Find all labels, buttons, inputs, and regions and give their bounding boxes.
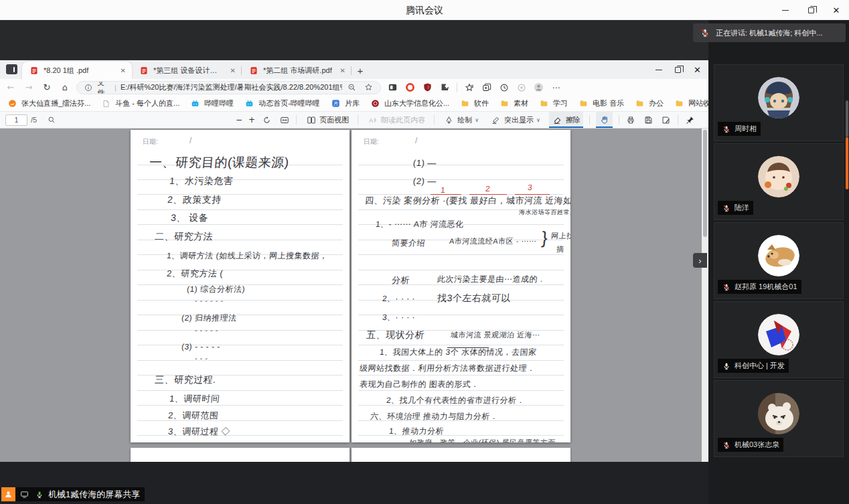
page-view-button[interactable]: 页面视图	[303, 112, 352, 128]
bookmark-item[interactable]: 哔哩哔哩	[189, 98, 234, 109]
bookmark-item[interactable]: 办公	[634, 98, 664, 109]
folder-icon	[634, 98, 645, 109]
bookmark-item[interactable]: 动态首页-哔哩哔哩	[244, 98, 320, 109]
handwriting-line: 六、环境治理 推动力与阻力分析．	[370, 411, 499, 422]
browser-tab[interactable]: *第三组 设备设计方向.pdf✕	[132, 62, 242, 79]
tab-title: *8.20 1组 .pdf	[44, 66, 114, 76]
page-number-input[interactable]	[5, 114, 27, 126]
folder-icon	[459, 98, 471, 109]
erase-button[interactable]: 擦除	[549, 112, 583, 128]
tab-close-icon[interactable]: ✕	[228, 67, 238, 74]
maximize-button[interactable]	[798, 0, 824, 20]
favorites-icon[interactable]	[463, 82, 475, 93]
tab-close-icon[interactable]: ✕	[338, 67, 348, 74]
pdf-file-icon	[138, 65, 149, 76]
zoom-out-icon[interactable]	[346, 82, 358, 93]
window-controls: ✕	[773, 0, 849, 20]
handwriting-underline	[515, 194, 550, 195]
zoom-out-button[interactable]: −	[236, 115, 242, 124]
handwriting-line: 网上找	[550, 231, 570, 241]
sidebar-extension-icon[interactable]	[387, 82, 398, 93]
handwriting-line: 1、我国大体上的 3个 水体的情况，去国家	[379, 347, 537, 358]
minimize-icon	[782, 10, 789, 11]
browser-close-button[interactable]: ✕	[688, 60, 707, 79]
draw-button[interactable]: 绘制 ∨	[441, 112, 481, 128]
handwriting-underline	[469, 194, 507, 195]
mic-muted-icon	[720, 123, 732, 135]
save-icon[interactable]	[643, 114, 654, 126]
bookmark-item[interactable]: 网站收集	[674, 98, 708, 109]
print-icon[interactable]	[625, 114, 637, 126]
hand-tool-button[interactable]	[596, 112, 613, 128]
participant-tile[interactable]: 周时相	[714, 64, 844, 141]
save-as-icon[interactable]	[660, 114, 672, 126]
browser-tab[interactable]: *8.20 1组 .pdf✕	[22, 62, 132, 79]
bookmark-item[interactable]: 片片库	[330, 98, 360, 109]
browser-minimize-button[interactable]	[649, 60, 668, 79]
handwriting-line: 此次污染主要是由⋯造成的 .	[437, 274, 543, 285]
sidebar-flyout-button[interactable]: ›	[693, 253, 707, 268]
bookmark-item[interactable]: 学习	[538, 98, 568, 109]
participants-scrollbar[interactable]	[846, 20, 848, 504]
share-top-band	[0, 20, 708, 60]
browser-addressbar: ← → ↻ ⌂ 文件 | E:/科研%20比赛/海洋污染监测处理/暑期社会实践/…	[0, 79, 708, 96]
tab-actions-icon[interactable]	[6, 64, 17, 74]
zoom-in-button[interactable]: +	[248, 115, 255, 124]
highlight-label: 突出显示	[504, 115, 534, 125]
rotate-icon[interactable]	[261, 114, 273, 126]
info-icon[interactable]	[83, 82, 93, 93]
bookmark-item[interactable]: 素材	[499, 98, 528, 109]
browser-tab[interactable]: *第二组 市场调研.pdf✕	[242, 62, 352, 79]
browser-maximize-button[interactable]	[668, 60, 688, 79]
handwriting-line: 3、· · · ·	[382, 312, 416, 323]
highlight-button[interactable]: 突出显示 ∨	[487, 112, 543, 128]
disabled-extension-icon[interactable]	[516, 82, 527, 93]
pdf-scrollbar[interactable]	[702, 129, 708, 462]
collections-icon[interactable]	[481, 82, 492, 93]
bookmark-item[interactable]: 斗鱼 - 每个人的直...	[100, 98, 179, 109]
settings-more-icon[interactable]: ⋯	[550, 82, 562, 93]
favorite-add-icon[interactable]	[363, 82, 374, 93]
bookmark-label: 张大仙直播_擂法芬...	[21, 98, 90, 108]
handwriting-line: /	[189, 136, 191, 145]
profile-avatar-icon[interactable]	[533, 82, 544, 93]
handwriting-underline	[447, 347, 489, 348]
home-icon[interactable]: ⌂	[58, 82, 72, 92]
handwriting-line: (3) - - - - -	[181, 342, 220, 351]
badge-red-icon	[370, 98, 381, 109]
refresh-icon[interactable]: ↻	[40, 82, 54, 92]
bookmark-item[interactable]: 软件	[459, 98, 489, 109]
back-icon[interactable]: ←	[4, 82, 17, 92]
adguard-extension-icon[interactable]	[422, 82, 433, 93]
scrollbar-thumb[interactable]	[846, 100, 848, 137]
history-icon[interactable]	[498, 82, 510, 93]
participant-tile[interactable]: 机械03张志泉	[714, 380, 844, 457]
forward-icon[interactable]: →	[22, 82, 35, 92]
pin-toolbar-icon[interactable]	[684, 114, 696, 126]
mic-muted-icon	[720, 202, 732, 214]
opera-extension-icon[interactable]	[404, 82, 416, 93]
bookmark-label: 软件	[474, 98, 489, 108]
bookmark-item[interactable]: 山东大学信息化公...	[370, 98, 449, 109]
search-icon[interactable]	[46, 114, 57, 126]
close-button[interactable]: ✕	[824, 0, 849, 20]
extension-icon[interactable]	[439, 82, 451, 93]
new-tab-button[interactable]: +	[352, 62, 369, 79]
participant-tile[interactable]: 科创中心 | 开发	[714, 301, 844, 378]
url-field[interactable]: 文件 | E:/科研%20比赛/海洋污染监测处理/暑期社会实践/8.22/8.2…	[76, 81, 381, 94]
bookmark-item[interactable]: 张大仙直播_擂法芬...	[7, 98, 90, 109]
bookmark-item[interactable]: 电影 音乐	[578, 98, 624, 109]
pdf-scrollbar-thumb[interactable]	[703, 130, 707, 237]
handwriting-line: 2、调研范围	[167, 410, 219, 422]
bookmark-label: 山东大学信息化公...	[384, 98, 449, 108]
participant-tile[interactable]: 陆洋	[714, 143, 844, 220]
scrollbar-thumb-orange[interactable]	[846, 137, 848, 189]
read-aloud-button[interactable]: A 朗读此页内容	[364, 112, 428, 128]
minimize-button[interactable]	[773, 0, 798, 20]
screen-share-label: 机械1臧传海的屏幕共享	[1, 487, 145, 501]
handwriting-line: 四、污染 案例分析 ·(要找 最好白，城市河流 近海如	[364, 195, 570, 207]
tab-close-icon[interactable]: ✕	[119, 67, 128, 74]
participant-tile[interactable]: 赵邦原 19机械合01	[714, 222, 844, 299]
participant-avatar	[758, 156, 799, 197]
fit-width-icon[interactable]	[279, 114, 290, 126]
